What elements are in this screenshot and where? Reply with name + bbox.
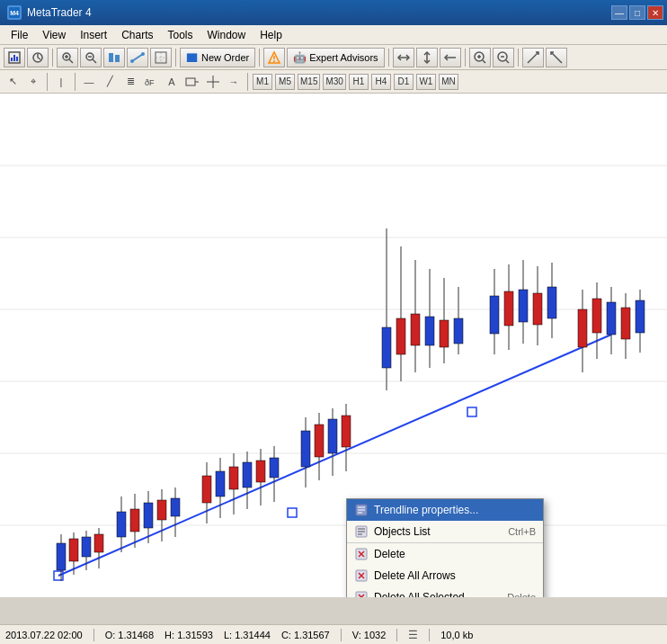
toolbar-zoom-in-chart[interactable] [469,48,491,67]
period-m5[interactable]: M5 [275,74,295,90]
svg-rect-122 [621,308,630,339]
window-title: MetaTrader 4 [27,6,92,19]
svg-rect-68 [144,503,153,528]
new-order-icon: ⯀ [186,50,199,65]
period-h4[interactable]: H4 [371,74,391,90]
toolbar-drawing: ↖ ⌖ | ― ╱ ≣ ðF A → M1 M5 M15 M30 H1 H4 D… [0,70,667,94]
status-sep2 [341,629,342,641]
svg-rect-118 [592,299,601,333]
expert-advisors-button[interactable]: 🤖 Expert Advisors [287,48,384,67]
title-bar: M4 MetaTrader 4 — □ ✕ [0,0,667,25]
status-sep1 [93,629,94,641]
ctx-objects-shortcut: Ctrl+B [508,526,536,537]
horizontal-line-tool[interactable]: ― [80,73,98,91]
svg-rect-112 [533,293,542,325]
svg-rect-102 [440,320,449,347]
crosshair-tool[interactable]: ⌖ [24,73,42,91]
svg-rect-72 [171,498,180,516]
menu-charts[interactable]: Charts [114,27,160,43]
period-mn[interactable]: MN [439,74,458,90]
status-close: C: 1.31567 [281,630,330,640]
svg-text:M4: M4 [10,10,19,16]
toolbar-separator-3 [259,49,260,67]
toolbar-btn12[interactable] [546,48,567,67]
toolbar-indicator[interactable] [263,48,285,67]
toolbar-btn11[interactable] [522,48,544,67]
toolbar-zoom-in[interactable] [57,48,78,67]
maximize-button[interactable]: □ [629,5,645,20]
menu-window[interactable]: Window [200,27,253,43]
menu-help[interactable]: Help [253,27,289,43]
toolbar-btn5[interactable] [103,48,125,67]
ctx-delete[interactable]: Delete [347,542,543,565]
vertical-line-tool[interactable]: | [52,73,70,91]
trendline-tool[interactable]: ╱ [101,73,119,91]
svg-rect-86 [301,431,310,467]
svg-rect-84 [270,458,279,478]
svg-rect-110 [519,290,528,322]
svg-text:ðF: ðF [145,78,155,87]
arrow-tool[interactable]: ↖ [4,73,22,91]
status-volume: V: 1032 [352,630,387,640]
menu-tools[interactable]: Tools [161,27,200,43]
new-order-label: New Order [201,52,249,63]
ctx-trendline-label: Trendline properties... [374,504,478,516]
toolbar-new-chart[interactable] [4,48,25,67]
toolbar-btn8[interactable] [393,48,414,67]
svg-rect-96 [396,318,405,354]
toolbar-btn7[interactable] [150,48,172,67]
svg-rect-82 [256,461,265,482]
arrow2-tool[interactable]: → [225,73,243,91]
toolbar-separator-2 [175,49,176,67]
menu-file[interactable]: File [4,27,35,43]
svg-rect-80 [243,462,252,487]
svg-rect-44 [0,94,667,597]
ctx-delete-arrows-label: Delete All Arrows [374,569,456,582]
toolbar-main: ⯀ New Order 🤖 Expert Advisors [0,45,667,70]
period-d1[interactable]: D1 [394,74,414,90]
toolbar-zoom-out-chart[interactable] [493,48,514,67]
expert-label: Expert Advisors [309,52,378,63]
svg-point-19 [130,59,134,63]
ctx-trendline-properties[interactable]: Trendline properties... [347,499,543,521]
svg-rect-106 [490,296,499,334]
toolbar-btn9[interactable] [416,48,438,67]
period-sep-tool[interactable] [204,73,222,91]
ctx-delete-label: Delete [374,548,405,560]
context-menu: Trendline properties... Objects List Ctr… [346,498,544,597]
toolbar-btn6[interactable] [127,48,148,67]
svg-rect-108 [504,291,513,326]
period-m1[interactable]: M1 [253,74,272,90]
minimize-button[interactable]: — [611,5,627,20]
toolbar-btn10[interactable] [440,48,461,67]
channel-tool[interactable]: ≣ [121,73,139,91]
svg-line-35 [506,60,509,63]
close-button[interactable]: ✕ [647,5,663,20]
menu-view[interactable]: View [35,27,73,43]
svg-rect-88 [315,425,324,457]
svg-rect-62 [94,534,103,552]
svg-rect-92 [342,416,351,447]
menu-bar: File View Insert Charts Tools Window Hel… [0,25,667,45]
text-tool[interactable]: A [163,73,181,91]
toolbar-btn2[interactable] [27,48,49,67]
menu-insert[interactable]: Insert [73,27,114,43]
svg-rect-16 [109,53,113,62]
svg-rect-66 [130,509,139,532]
toolbar-zoom-out[interactable] [80,48,102,67]
period-m30[interactable]: M30 [323,74,345,90]
period-h1[interactable]: H1 [349,74,369,90]
chart-area[interactable]: Trendline properties... Objects List Ctr… [0,94,667,597]
ctx-delete-all-selected[interactable]: Delete All Selected Delete [347,586,543,597]
new-order-button[interactable]: ⯀ New Order [180,48,255,67]
fibo-tool[interactable]: ðF [142,73,160,91]
svg-rect-76 [216,471,225,496]
label-tool[interactable] [183,73,201,91]
ctx-delete-all-arrows[interactable]: Delete All Arrows [347,565,543,586]
ctx-objects-list[interactable]: Objects List Ctrl+B [347,521,543,542]
toolbar2-sep3 [247,73,248,91]
period-w1[interactable]: W1 [416,74,436,90]
svg-rect-74 [202,476,211,503]
svg-rect-116 [578,309,587,347]
period-m15[interactable]: M15 [298,74,320,90]
